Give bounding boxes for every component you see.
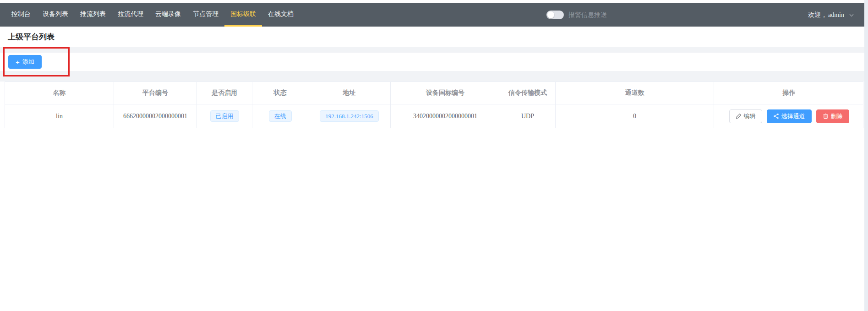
cell-channel-count: 0 bbox=[556, 104, 714, 128]
status-badge: 在线 bbox=[269, 110, 292, 122]
username: admin bbox=[828, 11, 844, 19]
nav-item-cloud-record[interactable]: 云端录像 bbox=[149, 3, 187, 27]
cell-platform-id: 66620000002000000001 bbox=[114, 104, 197, 128]
platform-table: 名称 平台编号 是否启用 状态 地址 设备国标编号 信令传输模式 通道数 操作 … bbox=[5, 82, 863, 128]
address-badge: 192.168.1.242:1506 bbox=[320, 110, 378, 122]
add-button-label: 添加 bbox=[22, 58, 34, 66]
toolbar: + 添加 bbox=[0, 53, 868, 71]
user-menu[interactable]: 欢迎， admin bbox=[808, 3, 854, 27]
plus-icon: + bbox=[16, 58, 20, 66]
nav-item-console[interactable]: 控制台 bbox=[5, 3, 37, 27]
trash-icon bbox=[823, 113, 829, 119]
nav-item-node-manage[interactable]: 节点管理 bbox=[187, 3, 224, 27]
cell-device-gb-id: 34020000002000000001 bbox=[391, 104, 500, 128]
header-transport-mode: 信令传输模式 bbox=[500, 82, 556, 104]
section-divider bbox=[0, 71, 868, 82]
nav-item-pull-proxy[interactable]: 拉流代理 bbox=[112, 3, 149, 27]
cell-name: lin bbox=[5, 104, 114, 128]
delete-button-label: 删除 bbox=[831, 112, 843, 120]
section-divider bbox=[0, 47, 868, 53]
header-channel-count: 通道数 bbox=[556, 82, 714, 104]
edit-button[interactable]: 编辑 bbox=[729, 109, 762, 123]
title-bar: 上级平台列表 bbox=[0, 27, 868, 47]
edit-button-label: 编辑 bbox=[744, 112, 756, 120]
nav-item-push-list[interactable]: 推流列表 bbox=[74, 3, 112, 27]
nav-item-online-docs[interactable]: 在线文档 bbox=[262, 3, 300, 27]
table-header-row: 名称 平台编号 是否启用 状态 地址 设备国标编号 信令传输模式 通道数 操作 bbox=[5, 82, 863, 104]
toggle-knob bbox=[547, 11, 554, 18]
cell-status: 在线 bbox=[252, 104, 308, 128]
alarm-push-toggle-label: 报警信息推送 bbox=[568, 11, 607, 19]
cell-address: 192.168.1.242:1506 bbox=[308, 104, 391, 128]
welcome-text: 欢迎， bbox=[808, 11, 827, 19]
cell-enabled: 已启用 bbox=[197, 104, 252, 128]
share-icon bbox=[773, 113, 779, 119]
platform-table-card: 名称 平台编号 是否启用 状态 地址 设备国标编号 信令传输模式 通道数 操作 … bbox=[0, 82, 868, 265]
select-channel-button[interactable]: 选择通道 bbox=[767, 109, 812, 123]
header-name: 名称 bbox=[5, 82, 114, 104]
header-actions: 操作 bbox=[714, 82, 864, 104]
enabled-badge: 已启用 bbox=[210, 110, 239, 122]
header-enabled: 是否启用 bbox=[197, 82, 252, 104]
pencil-icon bbox=[736, 113, 742, 119]
add-button[interactable]: + 添加 bbox=[8, 55, 42, 69]
page: 控制台 设备列表 推流列表 拉流代理 云端录像 节点管理 国标级联 在线文档 报… bbox=[0, 0, 868, 311]
cell-actions: 编辑 bbox=[714, 104, 864, 128]
table-row: lin 66620000002000000001 已启用 在线 192.168.… bbox=[5, 104, 863, 128]
header-address: 地址 bbox=[308, 82, 391, 104]
cell-transport-mode: UDP bbox=[500, 104, 556, 128]
header-device-gb-id: 设备国标编号 bbox=[391, 82, 500, 104]
chevron-down-icon bbox=[849, 12, 854, 18]
row-actions: 编辑 bbox=[729, 109, 849, 123]
header-status: 状态 bbox=[252, 82, 308, 104]
header-platform-id: 平台编号 bbox=[114, 82, 197, 104]
nav-item-device-list[interactable]: 设备列表 bbox=[37, 3, 74, 27]
page-title: 上级平台列表 bbox=[8, 32, 55, 42]
alarm-push-toggle[interactable] bbox=[546, 11, 564, 19]
scrollbar-track[interactable] bbox=[864, 0, 868, 311]
top-strip bbox=[0, 0, 868, 3]
alarm-push-toggle-group: 报警信息推送 bbox=[546, 3, 607, 27]
delete-button[interactable]: 删除 bbox=[816, 109, 849, 123]
nav-item-gb-cascade[interactable]: 国标级联 bbox=[224, 3, 262, 27]
select-channel-button-label: 选择通道 bbox=[781, 112, 805, 120]
top-navbar: 控制台 设备列表 推流列表 拉流代理 云端录像 节点管理 国标级联 在线文档 报… bbox=[0, 3, 868, 27]
